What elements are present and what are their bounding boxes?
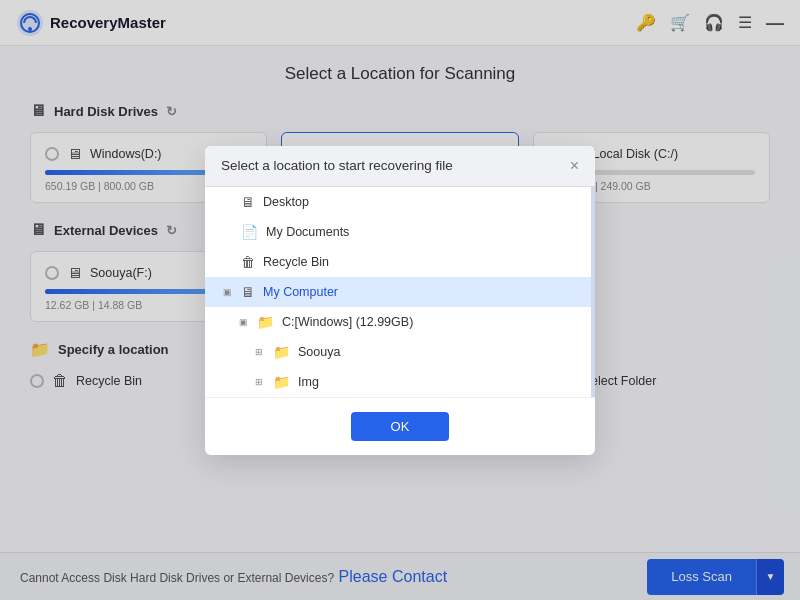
tree-item-img[interactable]: ⊞ 📁 Img <box>205 367 591 397</box>
expand-computer: ▣ <box>221 287 233 297</box>
tree-item-soouya[interactable]: ⊞ 📁 Soouya <box>205 337 591 367</box>
modal-overlay[interactable]: Select a location to start recovering fi… <box>0 0 800 600</box>
tree-computer-label: My Computer <box>263 285 338 299</box>
tree-img-icon: 📁 <box>273 374 290 390</box>
tree-soouya-icon: 📁 <box>273 344 290 360</box>
tree-soouya-label: Soouya <box>298 345 340 359</box>
modal-header: Select a location to start recovering fi… <box>205 146 595 187</box>
expand-img: ⊞ <box>253 377 265 387</box>
modal-title: Select a location to start recovering fi… <box>221 158 453 173</box>
tree-cwindows-icon: 📁 <box>257 314 274 330</box>
tree-docs-icon: 📄 <box>241 224 258 240</box>
location-modal: Select a location to start recovering fi… <box>205 146 595 455</box>
tree-recycle-label: Recycle Bin <box>263 255 329 269</box>
tree-item-cwindows[interactable]: ▣ 📁 C:[Windows] (12.99GB) <box>205 307 591 337</box>
ok-button[interactable]: OK <box>351 412 450 441</box>
tree-cwindows-label: C:[Windows] (12.99GB) <box>282 315 413 329</box>
expand-soouya: ⊞ <box>253 347 265 357</box>
tree-desktop-icon: 🖥 <box>241 194 255 210</box>
tree-item-desktop[interactable]: 🖥 Desktop <box>205 187 591 217</box>
tree-desktop-label: Desktop <box>263 195 309 209</box>
tree-docs-label: My Documents <box>266 225 349 239</box>
tree-computer-icon: 🖥 <box>241 284 255 300</box>
modal-footer: OK <box>205 397 595 455</box>
tree-img-label: Img <box>298 375 319 389</box>
tree-item-my-computer[interactable]: ▣ 🖥 My Computer <box>205 277 591 307</box>
modal-body: 🖥 Desktop 📄 My Documents 🗑 Recycle Bin <box>205 187 595 397</box>
tree-item-my-documents[interactable]: 📄 My Documents <box>205 217 591 247</box>
modal-close-button[interactable]: × <box>570 158 579 174</box>
expand-cwindows: ▣ <box>237 317 249 327</box>
modal-tree[interactable]: 🖥 Desktop 📄 My Documents 🗑 Recycle Bin <box>205 187 595 397</box>
tree-item-recycle-bin[interactable]: 🗑 Recycle Bin <box>205 247 591 277</box>
tree-recycle-icon: 🗑 <box>241 254 255 270</box>
